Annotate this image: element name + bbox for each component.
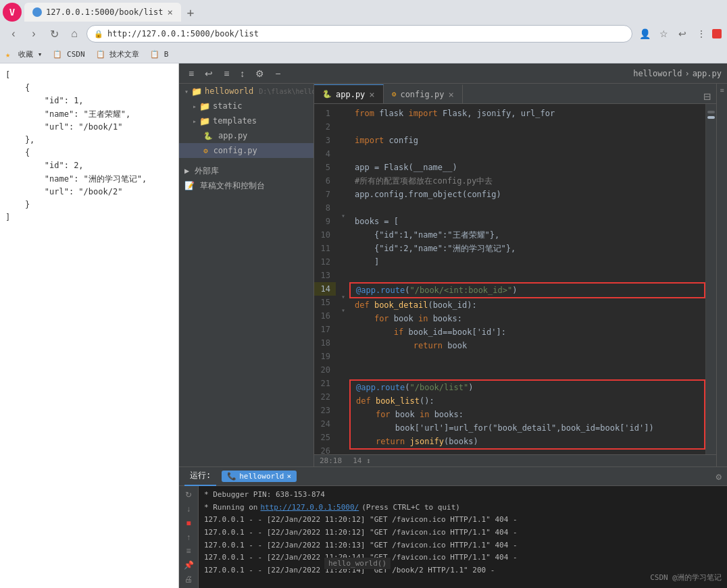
watermark: CSDN @洲的学习笔记 xyxy=(650,572,722,583)
split-editor-button[interactable]: ⊟ xyxy=(698,89,716,103)
run-tab-label[interactable]: 运行: xyxy=(184,467,216,486)
ide-action-btn2[interactable]: ≡ xyxy=(220,67,233,80)
static-arrow-icon: ▸ xyxy=(193,103,197,110)
tab-config-py[interactable]: ⚙ config.py × xyxy=(384,84,463,103)
ln-1: 1 xyxy=(314,107,336,120)
root-folder-icon: 📁 xyxy=(191,86,202,97)
run-config-name: helloworld xyxy=(239,472,284,481)
term-down-btn[interactable]: ↓ xyxy=(182,503,195,516)
code-content[interactable]: from flask import Flask, jsonify, url_fo… xyxy=(349,104,705,454)
ln-12: 12 xyxy=(314,255,336,269)
terminal-link[interactable]: http://127.0.0.1:5000/ xyxy=(260,502,359,514)
term-text-5: 127.0.0.1 - - [22/Jan/2022 11:20:13] "GE… xyxy=(204,539,518,552)
explorer-root[interactable]: ▾ 📁 helloworld D:\flask\hello xyxy=(179,84,314,99)
term-stop-btn[interactable]: ■ xyxy=(182,516,195,529)
bookmark-tech[interactable]: 📋 技术文章 xyxy=(93,48,143,61)
ide-toolbar: ≡ ↩ ≡ ↕ ⚙ − helloworld › app.py xyxy=(179,63,727,84)
run-config-badge[interactable]: 📞 helloworld × xyxy=(222,471,297,482)
new-tab-button[interactable]: + xyxy=(181,3,200,22)
config-py-name: config.py xyxy=(214,146,257,155)
bookmark-favorites[interactable]: 收藏 ▾ xyxy=(16,48,45,61)
gutter-15[interactable]: ▾ xyxy=(341,293,349,306)
user-account-button[interactable]: 👤 xyxy=(636,26,653,42)
explorer-templates-folder[interactable]: ▸ 📁 templates xyxy=(179,113,314,128)
term-pin-btn[interactable]: 📌 xyxy=(182,559,195,572)
code-editor[interactable]: 1 2 3 4 5 6 7 8 9 10 11 12 13 14 xyxy=(314,104,716,454)
line-col-indicator: 28:18 xyxy=(320,456,342,465)
term-print-btn[interactable]: 🖨 xyxy=(182,572,195,585)
root-arrow-icon: ▾ xyxy=(184,88,189,95)
scroll-indicator[interactable] xyxy=(705,104,716,454)
bookmark-button[interactable]: ☆ xyxy=(655,26,672,42)
code-line-21: @app.route("/book/list") xyxy=(351,381,704,394)
ln-17: 17 xyxy=(314,323,336,336)
external-libs-label: 外部库 xyxy=(195,165,219,177)
bookmark-csdn[interactable]: 📋 CSDN xyxy=(50,49,87,60)
bottom-actions: ⚙ xyxy=(716,471,722,482)
explorer-config-py[interactable]: ⚙ config.py xyxy=(179,143,314,158)
ide-action-btn3[interactable]: ↕ xyxy=(236,67,249,80)
terminal-controls: ↻ ↓ ■ ↑ ≡ 📌 🖨 xyxy=(179,486,199,588)
ln-11: 11 xyxy=(314,242,336,255)
address-bar[interactable]: 🔒 http://127.0.0.1:5000/book/list xyxy=(86,25,632,43)
tab-config-py-close[interactable]: × xyxy=(448,89,453,100)
tab-close-button[interactable]: × xyxy=(167,7,172,18)
ln-24: 24 xyxy=(314,417,336,431)
gutter-9[interactable]: ▾ xyxy=(341,212,349,225)
app-py-name: app.py xyxy=(218,131,247,140)
tab-app-py[interactable]: 🐍 app.py × xyxy=(314,84,384,103)
term-up-btn[interactable]: ↑ xyxy=(182,531,195,543)
ide-menu-button[interactable]: ≡ xyxy=(184,67,198,80)
term-restart-btn[interactable]: ↻ xyxy=(182,489,195,502)
run-config-close[interactable]: × xyxy=(286,472,291,481)
explorer-scratch[interactable]: 📝 草稿文件和控制台 xyxy=(179,178,314,193)
gutter-space10 xyxy=(341,225,349,239)
back-button[interactable]: ‹ xyxy=(5,26,22,42)
ln-21: 21 xyxy=(314,377,336,390)
gutter-16[interactable]: ▾ xyxy=(341,306,349,320)
term-filter-btn[interactable]: ≡ xyxy=(182,545,195,558)
explorer-static-folder[interactable]: ▸ 📁 static xyxy=(179,99,314,113)
ln-5: 5 xyxy=(314,161,336,174)
explorer-external-libs[interactable]: ▶ 外部库 xyxy=(179,163,314,178)
code-line-3: import config xyxy=(349,134,705,147)
ln-19: 19 xyxy=(314,350,336,363)
ide-settings-btn[interactable]: ⚙ xyxy=(251,67,268,80)
ln-14: 14 xyxy=(314,282,336,296)
ln-3: 3 xyxy=(314,134,336,147)
tab-app-py-close[interactable]: × xyxy=(369,89,374,100)
tab-config-py-icon: ⚙ xyxy=(392,90,397,99)
close-indicator[interactable] xyxy=(712,29,722,38)
reload-button[interactable]: ↻ xyxy=(46,26,62,42)
settings-button[interactable]: ⋮ xyxy=(693,26,709,42)
code-lines-21-25-box: @app.route("/book/list") def book_list()… xyxy=(349,379,705,450)
ide-action-btn1[interactable]: ↩ xyxy=(201,67,217,80)
ln-9: 9 xyxy=(314,215,336,228)
bookmark-b[interactable]: 📋 B xyxy=(147,49,171,60)
history-button[interactable]: ↩ xyxy=(674,26,691,42)
terminal-line-3: 127.0.0.1 - - [22/Jan/2022 11:20:12] "GE… xyxy=(204,514,722,527)
term-text-3: 127.0.0.1 - - [22/Jan/2022 11:20:12] "GE… xyxy=(204,514,518,527)
code-line-13 xyxy=(349,269,705,282)
code-line-1: from flask import Flask, jsonify, url_fo… xyxy=(349,107,705,120)
ln-7: 7 xyxy=(314,188,336,201)
editor-tabs: 🐍 app.py × ⚙ config.py × ⊟ xyxy=(314,84,716,104)
code-line-10: {"id":1,"name":"王者荣耀"}, xyxy=(349,228,705,242)
forward-button[interactable]: › xyxy=(26,26,42,42)
gutter-space12 xyxy=(341,252,349,266)
explorer-app-py[interactable]: 🐍 app.py xyxy=(179,128,314,143)
ide-minus-btn[interactable]: − xyxy=(271,67,284,80)
home-button[interactable]: ⌂ xyxy=(66,26,82,42)
terminal-settings-icon[interactable]: ⚙ xyxy=(716,471,722,482)
config-py-icon: ⚙ xyxy=(203,146,208,155)
json-viewer: [ { "id": 1, "name": "王者荣耀", "url": "/bo… xyxy=(0,63,179,588)
root-name: helloworld xyxy=(205,86,253,96)
ln-6: 6 xyxy=(314,174,336,188)
tab-app-py-label: app.py xyxy=(336,90,365,99)
structure-icon[interactable]: ≡ xyxy=(720,86,724,94)
line-numbers: 1 2 3 4 5 6 7 8 9 10 11 12 13 14 xyxy=(314,104,341,454)
templates-folder-name: templates xyxy=(213,116,257,126)
term-text-2b: (Press CTRL+C to quit) xyxy=(361,502,460,514)
static-folder-name: static xyxy=(213,101,242,111)
browser-tab-active[interactable]: 127.0.0.1:5000/book/list × xyxy=(24,3,181,22)
